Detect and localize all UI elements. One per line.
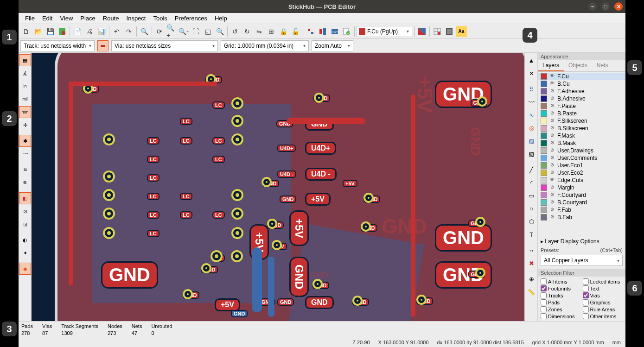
delete-icon[interactable]: ✖	[525, 257, 537, 269]
layer-visibility-icon[interactable]: 👁	[549, 73, 555, 80]
filter-checkbox[interactable]	[541, 299, 547, 305]
auto-track-width-icon[interactable]	[97, 40, 108, 51]
pad-fill-icon[interactable]: ◧	[19, 192, 31, 204]
layer-row-f-adhesive[interactable]: ⊘ F.Adhesive	[538, 88, 625, 95]
filter-checkbox[interactable]	[541, 278, 547, 284]
layer-display-options[interactable]: ▸ Layer Display Options	[538, 236, 625, 246]
zone-display-icon[interactable]: ≋	[19, 164, 31, 176]
layer-swatch[interactable]	[541, 170, 547, 176]
layer-swatch[interactable]	[541, 147, 547, 154]
zoom-redo-icon[interactable]: 🔍	[214, 26, 225, 37]
layer-visibility-icon[interactable]: ⊘	[549, 95, 555, 102]
layer-row-f-silkscreen[interactable]: ⊘ F.Silkscreen	[538, 117, 625, 125]
layers-manager-icon[interactable]: ◆	[19, 263, 31, 275]
footprint-editor-icon[interactable]	[305, 26, 316, 37]
layer-visibility-icon[interactable]: ⊘	[549, 214, 555, 221]
grid-origin-icon[interactable]	[432, 26, 443, 37]
layer-row-f-fab[interactable]: ⊘ F.Fab	[538, 206, 625, 214]
menu-place[interactable]: Place	[77, 15, 99, 22]
save-icon[interactable]: 💾	[45, 26, 56, 37]
filter-pads[interactable]: Pads	[541, 299, 581, 305]
zoom-selection-icon[interactable]: ◱	[202, 26, 213, 37]
cursor-shape-icon[interactable]: ✛	[19, 119, 31, 131]
measure-icon[interactable]: 📏	[525, 286, 537, 298]
highlight-net-icon[interactable]: ✕	[525, 67, 537, 79]
layer-swatch[interactable]	[541, 110, 547, 117]
grid-combo[interactable]: Grid: 1.0000 mm (0.0394 in)	[221, 40, 309, 51]
via-fill-icon[interactable]: ⊙	[19, 205, 31, 217]
open-icon[interactable]: 📂	[32, 26, 44, 37]
group-icon[interactable]: ⊞	[266, 26, 277, 37]
tab-nets[interactable]: Nets	[592, 60, 613, 71]
footprint-browser-icon[interactable]	[317, 26, 328, 37]
layer-row-margin[interactable]: ⊘ Margin	[538, 184, 625, 191]
layer-visibility-icon[interactable]: ⊘	[549, 110, 555, 117]
layer-row-f-paste[interactable]: ⊘ F.Paste	[538, 102, 625, 110]
zoom-combo[interactable]: Zoom Auto	[312, 40, 353, 51]
zoom-out-icon[interactable]: 🔍-	[178, 26, 189, 37]
update-from-schematic-icon[interactable]: NET	[329, 26, 340, 37]
filter-checkbox[interactable]	[583, 313, 589, 319]
filter-zones[interactable]: Zones	[541, 306, 581, 312]
filter-checkbox[interactable]	[583, 278, 589, 284]
add-zone-icon[interactable]: ▨	[525, 135, 537, 147]
units-mil-icon[interactable]: mil	[19, 93, 31, 105]
layer-row-user-comments[interactable]: ⊘ User.Comments	[538, 154, 625, 162]
window-minimize-button[interactable]: –	[588, 2, 597, 11]
set-origin-icon[interactable]: ⊕	[525, 273, 537, 285]
unlock-icon[interactable]: 🔓	[290, 26, 301, 37]
local-ratsnest-icon[interactable]: ⠿	[525, 83, 537, 95]
layer-selector[interactable]: F.Cu (PgUp)	[357, 26, 412, 37]
layer-visibility-icon[interactable]: ⊘	[549, 184, 555, 191]
filter-tracks[interactable]: Tracks	[541, 292, 581, 298]
layer-visibility-icon[interactable]: ⊘	[549, 125, 555, 132]
board-setup-icon[interactable]	[57, 26, 68, 37]
filter-checkbox[interactable]	[583, 306, 589, 312]
dimension-icon[interactable]: ↔	[525, 244, 537, 256]
layer-swatch[interactable]	[541, 177, 547, 183]
add-rule-area-icon[interactable]: ▧	[525, 148, 537, 160]
filter-footprints[interactable]: Footprints	[541, 285, 581, 291]
layer-row-b-fab[interactable]: ⊘ B.Fab	[538, 214, 625, 221]
redo-icon[interactable]: ↷	[123, 26, 134, 37]
filter-other-items[interactable]: Other items	[583, 313, 623, 319]
filter-checkbox[interactable]	[541, 285, 547, 291]
drc-icon[interactable]	[341, 26, 352, 37]
layer-visibility-icon[interactable]: ⊘	[549, 207, 555, 213]
find-icon[interactable]: 🔍	[139, 26, 150, 37]
add-text-icon[interactable]: T	[525, 228, 537, 240]
filter-dimensions[interactable]: Dimensions	[541, 313, 581, 319]
menu-inspect[interactable]: Inspect	[123, 15, 150, 22]
layer-row-user-eco1[interactable]: ⊘ User.Eco1	[538, 162, 625, 169]
layer-visibility-icon[interactable]: ⊘	[549, 118, 555, 124]
filter-vias[interactable]: Vias	[583, 292, 623, 298]
menu-edit[interactable]: Edit	[38, 15, 56, 22]
menu-help[interactable]: Help	[211, 15, 231, 22]
layer-row-b-mask[interactable]: ⊘ B.Mask	[538, 139, 625, 147]
polar-coords-icon[interactable]: ∡	[19, 67, 31, 79]
track-fill-icon[interactable]: ⊡	[19, 218, 31, 230]
presets-combo[interactable]: All Copper Layers	[541, 255, 623, 266]
layer-row-user-eco2[interactable]: ⊘ User.Eco2	[538, 169, 625, 177]
layer-row-f-mask[interactable]: ⊘ F.Mask	[538, 132, 625, 139]
scripting-icon[interactable]	[444, 26, 455, 37]
contrast-icon[interactable]: ◐	[19, 234, 31, 246]
grid-toggle-icon[interactable]: ▦	[19, 54, 31, 66]
layer-swatch[interactable]	[541, 214, 547, 221]
layer-swatch[interactable]	[541, 140, 547, 146]
via-size-combo[interactable]: Via: use netclass sizes	[111, 40, 218, 51]
menu-tools[interactable]: Tools	[149, 15, 171, 22]
menu-view[interactable]: View	[56, 15, 77, 22]
layer-row-f-courtyard[interactable]: ⊘ F.Courtyard	[538, 191, 625, 199]
add-rect-icon[interactable]: ▭	[525, 189, 537, 202]
layer-swatch[interactable]	[541, 184, 547, 191]
layer-swatch[interactable]	[541, 103, 547, 109]
layer-swatch[interactable]	[541, 95, 547, 102]
layer-row-b-silkscreen[interactable]: ⊘ B.Silkscreen	[538, 125, 625, 132]
lock-icon[interactable]: 🔒	[278, 26, 289, 37]
window-maximize-button[interactable]: □	[601, 2, 610, 11]
mirror-h-icon[interactable]: ⇋	[254, 26, 265, 37]
track-width-combo[interactable]: Track: use netclass width	[20, 40, 95, 51]
ratsnest-icon[interactable]: ✱	[19, 135, 31, 147]
layer-visibility-icon[interactable]: ⊘	[549, 103, 555, 109]
